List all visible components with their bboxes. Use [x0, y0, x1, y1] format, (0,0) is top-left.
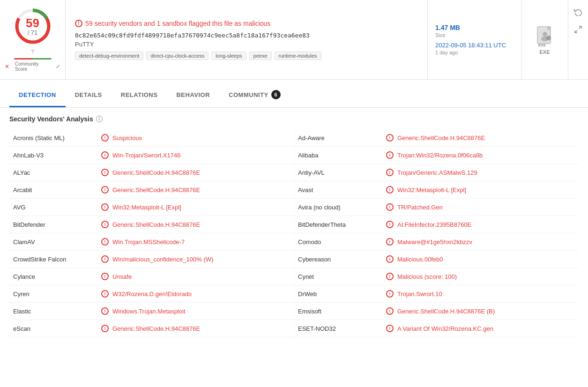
threat-name: Win.Trojan.MSShellcode-7: [112, 238, 185, 246]
vendor-name: Cylance: [13, 273, 97, 280]
detection-left: Cylance!Unsafe: [9, 268, 294, 285]
header-bar: 59 / 71 ? ✕ Community Score ✓ ! 59 secur…: [0, 0, 588, 80]
vendor-name: BitDefender: [13, 221, 97, 228]
vendor-name: DrWeb: [298, 290, 382, 298]
file-meta-panel: 1.47 MB Size 2022-09-05 18:43:11 UTC 1 d…: [427, 0, 521, 79]
detection-left: CrowdStrike Falcon!Win/malicious_confide…: [9, 251, 294, 268]
vendor-name: ClamAV: [13, 238, 97, 246]
file-type-label: EXE: [539, 49, 550, 55]
detection-pair: Cyren!W32/Rozena.D.gen!EldoradoDrWeb!Tro…: [9, 285, 579, 303]
detection-left: Elastic!Windows.Trojan.Metasploit: [9, 303, 294, 320]
threat-name: Trojan:Win32/Rozena.0f06ca8b: [397, 152, 483, 159]
detection-left: AVG!Win32:Metasploit-L [Expl]: [9, 199, 294, 216]
threat-name: W32/Rozena.D.gen!Eldorado: [112, 290, 192, 298]
tab-relations[interactable]: RELATIONS: [112, 83, 167, 107]
dislike-icon: ✕: [5, 63, 9, 70]
threat-icon: !: [386, 255, 394, 263]
alert-banner: ! 59 security vendors and 1 sandbox flag…: [75, 20, 418, 27]
threat-name: Win/malicious_confidence_100% (W): [112, 256, 213, 263]
detection-left: eScan!Generic.ShellCode.H.94C8876E: [9, 320, 294, 337]
expand-button[interactable]: [572, 23, 584, 37]
detection-pair: BitDefender!Generic.ShellCode.H.94C8876E…: [9, 216, 579, 233]
threat-icon: !: [386, 307, 394, 315]
detection-right: Emsisoft!Generic.ShellCode.H.94C8876E (B…: [294, 303, 579, 320]
threat-name: Generic.ShellCode.H.94C8876E: [112, 186, 200, 194]
tags-container: detect-debug-environmentdirect-cpu-clock…: [75, 52, 418, 60]
vendor-name: Emsisoft: [298, 308, 382, 315]
tag: peexe: [249, 52, 272, 60]
community-score-bar: [14, 58, 52, 60]
like-icon: ✓: [56, 63, 60, 70]
threat-name: Unsafe: [112, 273, 132, 280]
info-icon: i: [96, 116, 103, 122]
question-mark: ?: [31, 49, 34, 54]
detection-left: ClamAV!Win.Trojan.MSShellcode-7: [9, 233, 294, 250]
threat-name: Malicious.00feb0: [397, 256, 443, 263]
alert-text: 59 security vendors and 1 sandbox flagge…: [85, 20, 270, 27]
detection-pair: Elastic!Windows.Trojan.MetasploitEmsisof…: [9, 303, 579, 320]
tab-details[interactable]: DETAILS: [66, 83, 112, 107]
threat-icon: !: [101, 221, 109, 228]
vendor-name: AhnLab-V3: [13, 152, 97, 159]
detection-right: Cybereason!Malicious.00feb0: [294, 251, 579, 268]
vendor-name: Elastic: [13, 308, 97, 315]
file-type-icon: EXE EXE: [534, 25, 556, 55]
detection-right: Antiy-AVL!Trojan/Generic.ASMalwS.129: [294, 164, 579, 181]
threat-name: Generic.ShellCode.H.94C8876E: [112, 221, 200, 228]
threat-name: Generic.ShellCode.H.94C8876E: [397, 134, 485, 141]
threat-name: A Variant Of Win32/Rozena.KC.gen: [397, 325, 493, 332]
svg-line-9: [579, 26, 581, 29]
threat-name: TR/Patched.Gen: [397, 204, 443, 211]
section-title: Security Vendors' Analysis i: [9, 115, 579, 123]
vendor-name: Comodo: [298, 238, 382, 246]
tag: direct-cpu-clock-access: [146, 52, 208, 60]
vendor-name: CrowdStrike Falcon: [13, 256, 97, 263]
date-ago: 1 day ago: [435, 50, 514, 55]
svg-text:EXE: EXE: [538, 43, 546, 47]
threat-name: Trojan/Generic.ASMalwS.129: [397, 169, 477, 176]
refresh-button[interactable]: [572, 6, 584, 20]
threat-icon: !: [386, 221, 394, 228]
score-number: 59: [26, 17, 39, 29]
vendor-name: ALYac: [13, 169, 97, 176]
threat-icon: !: [101, 186, 109, 194]
vendor-name: Avira (no cloud): [298, 204, 382, 211]
vendor-name: Antiy-AVL: [298, 169, 382, 176]
threat-name: Win32:Metasploit-L [Expl]: [112, 204, 181, 211]
threat-icon: !: [101, 238, 109, 246]
detection-right: Cynet!Malicious (score: 100): [294, 268, 579, 285]
header-actions: [568, 0, 588, 79]
tab-community[interactable]: COMMUNITY6: [219, 83, 290, 107]
detection-pair: Cylance!UnsafeCynet!Malicious (score: 10…: [9, 268, 579, 285]
tab-detection[interactable]: DETECTION: [9, 83, 66, 107]
threat-name: Generic.ShellCode.H.94C8876E: [112, 169, 200, 176]
threat-icon: !: [101, 134, 109, 141]
vendor-name: BitDefenderTheta: [298, 221, 382, 228]
exe-icon: EXE: [534, 25, 556, 47]
detection-right: DrWeb!Trojan.Swrort.10: [294, 285, 579, 302]
detection-right: Alibaba!Trojan:Win32/Rozena.0f06ca8b: [294, 147, 579, 164]
vendor-name: Ad-Aware: [298, 134, 382, 141]
score-text: 59 / 71: [26, 17, 39, 36]
detection-left: ALYac!Generic.ShellCode.H.94C8876E: [9, 164, 294, 181]
community-icons: ✕ Community Score ✓: [5, 61, 60, 72]
tab-behavior[interactable]: BEHAVIOR: [167, 83, 219, 107]
detection-right: Ad-Aware!Generic.ShellCode.H.94C8876E: [294, 129, 579, 146]
threat-name: Generic.ShellCode.H.94C8876E: [112, 325, 200, 332]
tag: detect-debug-environment: [75, 52, 143, 60]
threat-icon: !: [386, 273, 394, 280]
detection-right: BitDefenderTheta!AI:FileInfector.2395B87…: [294, 216, 579, 233]
detection-left: AhnLab-V3!Win-Trojan/Swrort.X1746: [9, 147, 294, 164]
file-hash: 0c82e654c09c8fd9fdf4899718efa37670974c9e…: [75, 32, 418, 39]
file-type-panel: EXE EXE: [521, 0, 568, 79]
detection-pair: CrowdStrike Falcon!Win/malicious_confide…: [9, 251, 579, 268]
threat-icon: !: [386, 151, 394, 159]
detection-table: Acronis (Static ML)!SuspiciousAd-Aware!G…: [9, 129, 579, 337]
threat-icon: !: [386, 134, 394, 141]
threat-name: Malicious (score: 100): [397, 273, 457, 280]
threat-icon: !: [101, 290, 109, 298]
threat-name: Malware@#1ge5hxn2kbzzv: [397, 238, 472, 246]
detection-left: BitDefender!Generic.ShellCode.H.94C8876E: [9, 216, 294, 233]
threat-icon: !: [101, 273, 109, 280]
svg-point-7: [546, 36, 551, 40]
